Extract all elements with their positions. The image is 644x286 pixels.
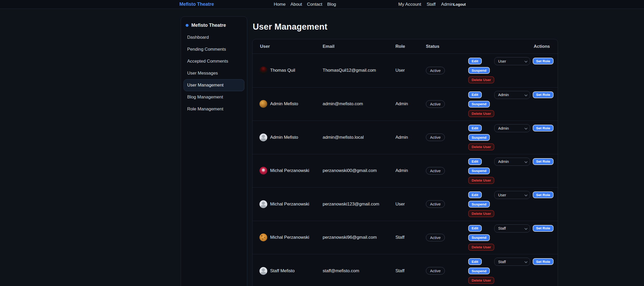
set-role-button[interactable]: Set Role	[533, 258, 554, 265]
user-name: Admin Mefisto	[270, 135, 298, 140]
admin-sidebar: Mefisto Theatre Dashboard Pending Commen…	[181, 16, 247, 286]
account-link-0[interactable]: My Account	[398, 2, 421, 7]
sidebar-item-blog-management[interactable]: Blog Management	[184, 91, 244, 103]
role-select[interactable]: User	[494, 57, 530, 65]
user-cell: Admin Mefisto	[252, 100, 323, 108]
sidebar-item-dashboard[interactable]: Dashboard	[184, 31, 244, 43]
avatar	[259, 66, 267, 74]
user-role: Admin	[395, 101, 426, 107]
user-name: Michal Perzanowski	[270, 235, 309, 240]
role-select-wrap: User	[494, 191, 530, 199]
delete-user-button[interactable]: Delete User	[468, 210, 494, 217]
user-name: Michal Perzanowski	[270, 202, 309, 207]
logout-button[interactable]: Logout	[453, 0, 466, 9]
edit-button[interactable]: Edit	[468, 158, 482, 165]
nav-link-1[interactable]: About	[290, 2, 302, 7]
role-select-wrap: Admin	[494, 91, 530, 99]
delete-user-button[interactable]: Delete User	[468, 76, 494, 83]
user-role: Staff	[395, 235, 426, 240]
user-cell: Thomas Quil	[252, 66, 323, 74]
set-role-button[interactable]: Set Role	[533, 125, 554, 131]
sidebar-item-user-management[interactable]: User Management	[184, 79, 244, 91]
actions-cell: Edit Suspend Delete User User Set Role	[468, 188, 558, 221]
delete-user-button[interactable]: Delete User	[468, 143, 494, 150]
table-body: Thomas Quil ThomasQuil12@gmail.com User …	[252, 54, 558, 286]
role-select[interactable]: Staff	[494, 258, 530, 266]
status-cell: Active	[426, 200, 468, 208]
sidebar-item-pending-comments[interactable]: Pending Comments	[184, 43, 244, 55]
user-email: staff@mefisto.com	[323, 268, 395, 274]
status-cell: Active	[426, 234, 468, 241]
user-cell: Admin Mefisto	[252, 134, 323, 141]
avatar	[259, 200, 267, 208]
sidebar-item-label: Blog Management	[187, 95, 223, 100]
main-nav-links: HomeAboutContactBlog	[274, 0, 336, 9]
role-select[interactable]: User	[494, 191, 530, 199]
edit-button[interactable]: Edit	[468, 125, 482, 131]
status-badge: Active	[426, 67, 445, 74]
user-role: User	[395, 68, 426, 73]
table-row: Michal Perzanowski perzanowski123@gmail.…	[252, 187, 558, 221]
role-select-wrap: Staff	[494, 258, 530, 266]
user-email: ThomasQuil12@gmail.com	[323, 68, 395, 73]
actions-cell: Edit Suspend Delete User User Set Role	[468, 54, 558, 87]
delete-user-button[interactable]: Delete User	[468, 244, 494, 251]
nav-link-2[interactable]: Contact	[307, 2, 322, 7]
user-role: Staff	[395, 268, 426, 274]
brand-link[interactable]: Mefisto Theatre	[179, 0, 214, 9]
user-name: Michal Perzanowski	[270, 168, 309, 173]
sidebar-item-role-management[interactable]: Role Management	[184, 103, 244, 115]
sidebar-item-label: Role Management	[187, 107, 223, 112]
nav-link-3[interactable]: Blog	[327, 2, 336, 7]
role-select-wrap: Staff	[494, 224, 530, 232]
sidebar-item-label: User Messages	[187, 71, 218, 76]
user-name: Staff Mefisto	[270, 268, 295, 274]
sidebar-item-user-messages[interactable]: User Messages	[184, 67, 244, 79]
suspend-button[interactable]: Suspend	[468, 268, 490, 274]
sidebar-item-label: Dashboard	[187, 35, 209, 40]
delete-user-button[interactable]: Delete User	[468, 177, 494, 184]
set-role-button[interactable]: Set Role	[533, 91, 554, 98]
sidebar-item-accepted-comments[interactable]: Accepted Comments	[184, 55, 244, 67]
sidebar-item-label: User Management	[187, 83, 224, 88]
delete-user-button[interactable]: Delete User	[468, 110, 494, 117]
suspend-button[interactable]: Suspend	[468, 101, 490, 108]
table-row: Michal Perzanowski perzanowski96@gmail.c…	[252, 221, 558, 254]
role-select[interactable]: Admin	[494, 91, 530, 99]
set-role-button[interactable]: Set Role	[533, 158, 554, 165]
brand-dot-icon	[186, 24, 188, 27]
account-link-1[interactable]: Staff	[427, 2, 436, 7]
suspend-button[interactable]: Suspend	[468, 234, 490, 241]
set-role-button[interactable]: Set Role	[533, 225, 554, 232]
set-role-button[interactable]: Set Role	[533, 58, 554, 64]
status-badge: Active	[426, 167, 445, 175]
role-select[interactable]: Staff	[494, 224, 530, 232]
suspend-button[interactable]: Suspend	[468, 134, 490, 141]
suspend-button[interactable]: Suspend	[468, 67, 490, 74]
status-badge: Active	[426, 200, 445, 208]
actions-cell: Edit Suspend Delete User Admin Set Role	[468, 121, 558, 154]
suspend-button[interactable]: Suspend	[468, 168, 490, 174]
account-link-2[interactable]: Admin	[441, 2, 454, 7]
user-cell: Staff Mefisto	[252, 267, 323, 275]
delete-user-button[interactable]: Delete User	[468, 277, 494, 284]
role-select[interactable]: Admin	[494, 124, 530, 132]
suspend-button[interactable]: Suspend	[468, 201, 490, 208]
edit-button[interactable]: Edit	[468, 225, 482, 232]
edit-button[interactable]: Edit	[468, 91, 482, 98]
actions-cell: Edit Suspend Delete User Admin Set Role	[468, 154, 558, 188]
nav-link-0[interactable]: Home	[274, 2, 285, 7]
user-email: admin@mefisto.com	[323, 101, 395, 107]
role-select[interactable]: Admin	[494, 158, 530, 166]
user-email: perzanowski96@gmail.com	[323, 235, 395, 240]
status-cell: Active	[426, 100, 468, 108]
user-name: Admin Mefisto	[270, 101, 298, 107]
edit-button[interactable]: Edit	[468, 58, 482, 64]
user-role: User	[395, 202, 426, 207]
sidebar-menu: Dashboard Pending Comments Accepted Comm…	[184, 31, 244, 115]
role-select-wrap: Admin	[494, 124, 530, 132]
sidebar-item-label: Pending Comments	[187, 47, 226, 52]
set-role-button[interactable]: Set Role	[533, 191, 554, 198]
edit-button[interactable]: Edit	[468, 258, 482, 265]
edit-button[interactable]: Edit	[468, 191, 482, 198]
